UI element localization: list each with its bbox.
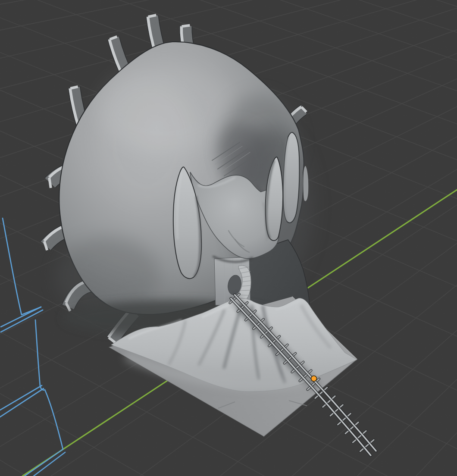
blender-3d-viewport[interactable] (0, 0, 457, 476)
viewport-grain-overlay (0, 0, 457, 476)
viewport-canvas[interactable] (0, 0, 457, 476)
